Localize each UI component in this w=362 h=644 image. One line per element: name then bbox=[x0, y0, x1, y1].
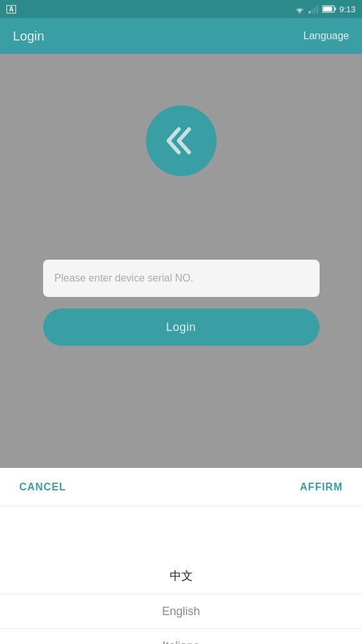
svg-rect-1 bbox=[311, 9, 313, 13]
app-logo bbox=[146, 105, 217, 176]
svg-rect-5 bbox=[334, 8, 336, 11]
svg-rect-3 bbox=[316, 5, 318, 13]
status-bar: A 9:13 bbox=[0, 0, 362, 18]
svg-rect-0 bbox=[309, 11, 311, 13]
login-button[interactable]: Login bbox=[43, 309, 320, 346]
signal-icon bbox=[309, 4, 319, 13]
status-bar-left: A bbox=[6, 5, 16, 13]
main-content: Login bbox=[0, 54, 362, 468]
wifi-icon bbox=[294, 4, 305, 13]
affirm-button[interactable]: AFFIRM bbox=[300, 481, 343, 493]
language-option-1[interactable]: English bbox=[0, 595, 362, 629]
double-chevron-icon bbox=[159, 124, 203, 157]
status-bar-right: 9:13 bbox=[294, 4, 356, 14]
status-indicator: A bbox=[6, 5, 16, 13]
language-button[interactable]: Language bbox=[303, 30, 349, 42]
action-bar: CANCEL AFFIRM bbox=[0, 468, 362, 506]
language-option-2[interactable]: Italiano bbox=[0, 629, 362, 644]
battery-icon bbox=[322, 5, 336, 13]
serial-number-input[interactable] bbox=[43, 260, 320, 297]
svg-rect-6 bbox=[323, 7, 332, 12]
app-header: Login Language bbox=[0, 18, 362, 54]
language-option-0[interactable]: 中文 bbox=[0, 558, 362, 595]
clock: 9:13 bbox=[339, 4, 356, 14]
language-picker: 中文EnglishItalianoFrançaisDeutsch bbox=[0, 506, 362, 644]
cancel-button[interactable]: CANCEL bbox=[19, 481, 66, 493]
serial-input-container bbox=[43, 260, 320, 297]
svg-rect-2 bbox=[314, 7, 316, 13]
page-title: Login bbox=[13, 29, 44, 44]
